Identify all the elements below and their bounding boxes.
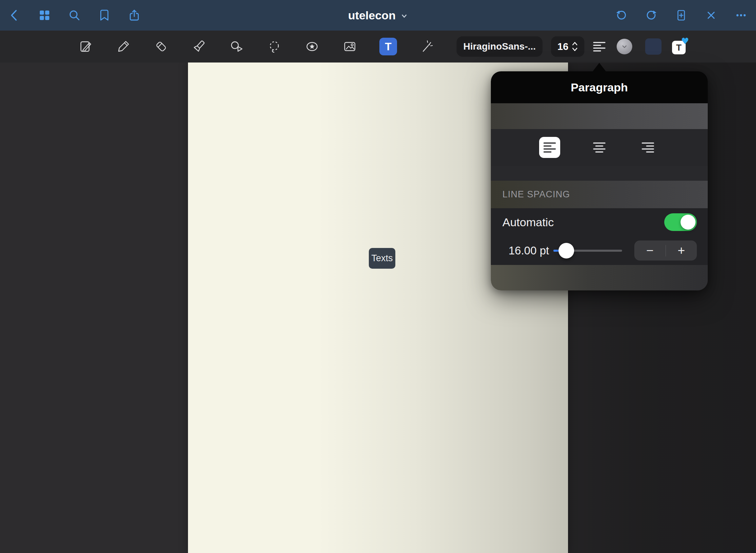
spacing-increase-button[interactable]: + bbox=[666, 240, 697, 261]
dimmed-swatch bbox=[645, 38, 662, 55]
text-color-button[interactable] bbox=[617, 39, 632, 54]
eraser-tool-button[interactable] bbox=[153, 38, 169, 55]
automatic-label: Automatic bbox=[502, 216, 554, 229]
align-center-button[interactable] bbox=[589, 137, 610, 158]
align-left-icon bbox=[542, 140, 557, 155]
drawing-tools: T bbox=[78, 31, 435, 63]
pen-tool-button[interactable] bbox=[115, 38, 132, 55]
paragraph-align-icon bbox=[592, 39, 607, 54]
document-title[interactable]: utelecon bbox=[348, 0, 408, 31]
redo-button[interactable] bbox=[644, 8, 658, 22]
font-size-value: 16 bbox=[557, 41, 568, 52]
undo-button[interactable] bbox=[614, 8, 629, 22]
text-style-glyph: T bbox=[676, 42, 682, 53]
line-spacing-label: LINE SPACING bbox=[502, 189, 570, 200]
spacing-value-label: 16.00 pt bbox=[509, 244, 549, 257]
align-right-icon bbox=[640, 140, 655, 155]
title-chevron-icon bbox=[400, 11, 408, 20]
topbar-right-group bbox=[614, 0, 748, 31]
spacing-decrease-button[interactable]: − bbox=[634, 240, 666, 261]
laser-icon bbox=[418, 38, 435, 55]
shapes-tool-button[interactable] bbox=[228, 38, 245, 55]
eraser-icon bbox=[153, 38, 169, 55]
sticker-tool-button[interactable] bbox=[304, 38, 320, 55]
popover-band bbox=[491, 103, 708, 129]
highlighter-tool-button[interactable] bbox=[191, 38, 207, 55]
spacing-value-row: 16.00 pt − + bbox=[491, 236, 708, 265]
close-icon bbox=[704, 8, 718, 22]
bookmark-button[interactable] bbox=[97, 8, 111, 22]
bookmark-icon bbox=[97, 8, 111, 22]
popover-bottom-band bbox=[491, 265, 708, 290]
more-button[interactable] bbox=[734, 8, 748, 22]
back-icon bbox=[7, 8, 22, 22]
line-spacing-header: LINE SPACING bbox=[491, 181, 708, 208]
undo-icon bbox=[614, 8, 629, 22]
paragraph-popover: Paragraph bbox=[491, 71, 708, 290]
chevron-up-down-icon bbox=[572, 41, 578, 52]
zoom-tool-icon bbox=[78, 38, 94, 55]
close-button[interactable] bbox=[704, 8, 718, 22]
thumbnails-icon bbox=[37, 8, 52, 22]
texts-context-label: Texts bbox=[371, 253, 393, 264]
share-icon bbox=[127, 8, 141, 22]
image-tool-button[interactable] bbox=[342, 38, 358, 55]
search-icon bbox=[67, 8, 82, 22]
automatic-row: Automatic bbox=[491, 208, 708, 236]
popover-spacer bbox=[491, 166, 708, 181]
pen-icon bbox=[115, 38, 132, 55]
automatic-toggle[interactable] bbox=[664, 213, 697, 231]
toggle-knob bbox=[681, 215, 695, 230]
text-style-favorite-button[interactable]: T ♥ bbox=[672, 39, 688, 54]
tool-bar: T HiraginoSans-... 16 bbox=[0, 31, 756, 63]
lasso-icon bbox=[266, 38, 282, 55]
alignment-row bbox=[491, 129, 708, 166]
popover-arrow bbox=[592, 63, 606, 72]
more-icon bbox=[734, 8, 748, 22]
page-title: utelecon bbox=[348, 9, 396, 22]
app-window: utelecon bbox=[0, 0, 756, 553]
thumbnails-button[interactable] bbox=[37, 8, 52, 22]
image-icon bbox=[342, 38, 358, 55]
share-button[interactable] bbox=[127, 8, 141, 22]
lasso-tool-button[interactable] bbox=[266, 38, 282, 55]
back-button[interactable] bbox=[7, 8, 22, 22]
spacing-slider[interactable] bbox=[553, 250, 622, 252]
chevron-down-icon bbox=[621, 43, 628, 50]
align-left-button[interactable] bbox=[539, 137, 560, 158]
texts-context-button[interactable]: Texts bbox=[369, 248, 395, 269]
spacing-stepper: − + bbox=[634, 240, 697, 261]
redo-icon bbox=[644, 8, 658, 22]
top-nav-bar: utelecon bbox=[0, 0, 756, 31]
paragraph-settings-button[interactable] bbox=[591, 38, 607, 55]
font-size-stepper[interactable]: 16 bbox=[551, 36, 584, 57]
text-tool-icon: T bbox=[385, 40, 392, 53]
align-right-button[interactable] bbox=[637, 137, 658, 158]
topbar-left-group bbox=[7, 0, 141, 31]
shapes-icon bbox=[228, 38, 245, 55]
text-tool-button[interactable]: T bbox=[379, 38, 397, 55]
heart-icon: ♥ bbox=[681, 36, 689, 46]
sticker-icon bbox=[304, 38, 320, 55]
add-page-button[interactable] bbox=[674, 8, 688, 22]
add-page-icon bbox=[674, 8, 688, 22]
font-family-button[interactable]: HiraginoSans-... bbox=[457, 36, 543, 57]
spacing-slider-knob[interactable] bbox=[559, 243, 574, 258]
align-center-icon bbox=[592, 140, 607, 155]
popover-title-bar: Paragraph bbox=[491, 71, 708, 103]
popover-title: Paragraph bbox=[571, 81, 628, 94]
popover-body: Paragraph bbox=[491, 71, 708, 290]
laser-tool-button[interactable] bbox=[418, 38, 435, 55]
font-family-label: HiraginoSans-... bbox=[463, 41, 536, 52]
search-button[interactable] bbox=[67, 8, 82, 22]
zoom-tool-button[interactable] bbox=[78, 38, 94, 55]
highlighter-icon bbox=[191, 38, 207, 55]
